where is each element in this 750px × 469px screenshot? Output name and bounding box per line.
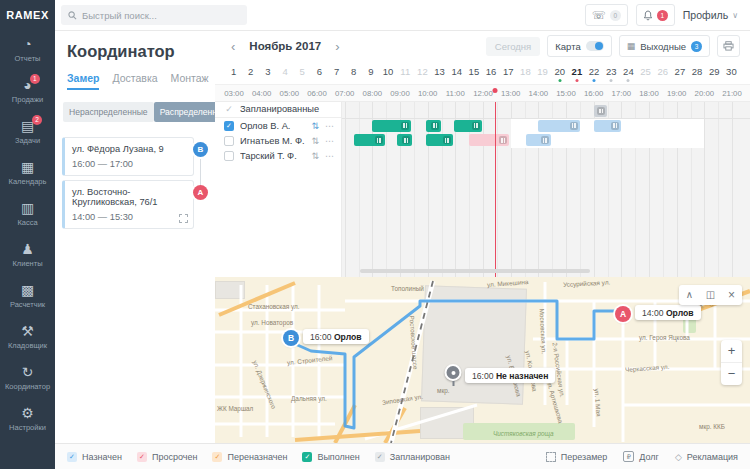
route-stop-card[interactable]: ул. Восточно-Кругликовская, 76/114:00 — … [62,180,194,229]
action-remeasure[interactable]: Перезамер [546,452,608,462]
day-19[interactable]: 19 [537,66,548,77]
timeline-bar-done[interactable] [397,134,412,146]
timeline-bar-planned[interactable] [594,105,608,117]
collapse-icon[interactable]: ∧ [679,285,700,305]
day-20[interactable]: 20 [554,66,565,77]
legend-checkbox[interactable]: ✓ [137,452,147,462]
sidebar-item-cashbox[interactable]: ▥Касса [5,193,50,234]
day-8[interactable]: 8 [351,66,356,77]
sidebar-item-sales[interactable]: ◕1Продажи [5,70,50,111]
sidebar-item-clients[interactable]: ♟Клиенты [5,234,50,275]
day-24[interactable]: 24 [623,66,634,77]
day-15[interactable]: 15 [469,66,480,77]
day-30[interactable]: 30 [726,66,737,77]
sort-icon[interactable]: ⇅ [311,151,319,161]
day-21[interactable]: 21 [572,66,583,77]
day-27[interactable]: 27 [675,66,686,77]
profile-menu[interactable]: Профиль ∨ [683,9,738,21]
more-icon[interactable]: ⋯ [325,151,335,161]
current-time-dot [492,88,497,93]
sidebar-item-storekeeper[interactable]: ⚒Кладовщик [5,316,50,357]
row-checkbox[interactable] [224,151,234,161]
zoom-in-button[interactable]: + [721,340,742,363]
map-marker-В[interactable]: В [283,330,299,346]
timeline-bar-assigned[interactable] [526,134,551,146]
timeline-bar-done[interactable] [426,134,452,146]
day-29[interactable]: 29 [709,66,720,77]
legend-checkbox[interactable]: ✓ [212,452,222,462]
day-14[interactable]: 14 [451,66,462,77]
sidebar-item-coordinator[interactable]: ↻Координатор [5,357,50,398]
day-16[interactable]: 16 [486,66,497,77]
day-1[interactable]: 1 [231,66,236,77]
timeline-bar-done[interactable] [372,120,411,132]
tab-замер[interactable]: Замер [67,72,99,90]
map-pin-unassigned[interactable] [445,364,462,386]
day-13[interactable]: 13 [434,66,445,77]
toggle-switch[interactable] [586,41,604,51]
day-18[interactable]: 18 [520,66,531,77]
more-icon[interactable]: ⋯ [325,121,335,131]
timeline-bar-done[interactable] [426,120,441,132]
horizontal-scrollbar[interactable] [360,269,590,273]
day-12[interactable]: 12 [417,66,428,77]
sort-icon[interactable]: ⇅ [311,136,319,146]
map-toggle-label: Карта [555,41,580,52]
timeline-bar-assigned[interactable] [538,120,580,132]
split-view-icon[interactable]: ◫ [700,285,721,305]
unassigned-filter-button[interactable]: Нераспределенные [63,102,154,122]
tab-монтаж[interactable]: Монтаж [171,72,209,90]
print-button[interactable] [717,35,740,57]
next-month-button[interactable]: › [335,39,339,54]
more-icon[interactable]: ⋯ [325,136,335,146]
search-input[interactable]: Быстрый поиск... [61,5,247,25]
map[interactable]: Стахановская ул.ул. Новаторовул. Строите… [215,277,750,443]
legend-checkbox[interactable]: ✓ [375,452,385,462]
sort-icon[interactable]: ⇅ [311,121,319,131]
day-3[interactable]: 3 [265,66,270,77]
sidebar-item-calculator[interactable]: ▩Расчетчик [5,275,50,316]
tab-доставка[interactable]: Доставка [112,72,157,90]
day-4[interactable]: 4 [282,66,287,77]
day-10[interactable]: 10 [383,66,394,77]
sidebar-item-reports[interactable]: ◔Отчеты [5,29,50,70]
today-button[interactable]: Сегодня [486,37,540,56]
row-checkbox[interactable] [224,136,234,146]
route-stop-card[interactable]: ул. Фёдора Лузана, 916:00 — 17:00 [62,137,194,176]
legend-checkbox[interactable]: ✓ [67,452,77,462]
action-complaint[interactable]: ◇Рекламация [675,452,738,462]
action-debt[interactable]: ₽Долг [623,451,659,462]
day-28[interactable]: 28 [692,66,703,77]
day-6[interactable]: 6 [317,66,322,77]
close-icon[interactable]: × [721,285,742,305]
day-26[interactable]: 26 [657,66,668,77]
row-checkbox[interactable]: ✓ [224,121,234,131]
zoom-out-button[interactable]: − [721,363,742,385]
day-17[interactable]: 17 [503,66,514,77]
legend-checkbox[interactable]: ✓ [302,452,312,462]
day-7[interactable]: 7 [334,66,339,77]
timeline-bar-done[interactable] [354,134,384,146]
weekends-button[interactable]: ▦ Выходные 3 [619,35,710,57]
day-5[interactable]: 5 [300,66,305,77]
day-9[interactable]: 9 [368,66,373,77]
prev-month-button[interactable]: ‹ [231,39,235,54]
timeline-bar-overdue[interactable] [469,134,509,146]
distribution-filter: Нераспределенные Распределенные [63,102,215,122]
telephony-button[interactable]: ☏ 0 [585,4,628,26]
map-marker-А[interactable]: А [615,306,631,322]
timeline-bar-assigned[interactable] [594,120,622,132]
notifications-button[interactable]: 1 [636,4,675,26]
day-dot [593,79,596,82]
sidebar-item-tasks[interactable]: ▤2Задачи [5,111,50,152]
timeline-bar-done[interactable] [454,120,482,132]
day-2[interactable]: 2 [248,66,253,77]
day-22[interactable]: 22 [589,66,600,77]
sidebar-item-settings[interactable]: ⚙Настройки [5,398,50,439]
row-checkbox[interactable]: ✓ [224,104,234,114]
day-25[interactable]: 25 [640,66,651,77]
map-toggle[interactable]: Карта [547,35,611,57]
sidebar-item-calendar[interactable]: ▦Календарь [5,152,50,193]
day-23[interactable]: 23 [606,66,617,77]
day-11[interactable]: 11 [400,66,410,77]
